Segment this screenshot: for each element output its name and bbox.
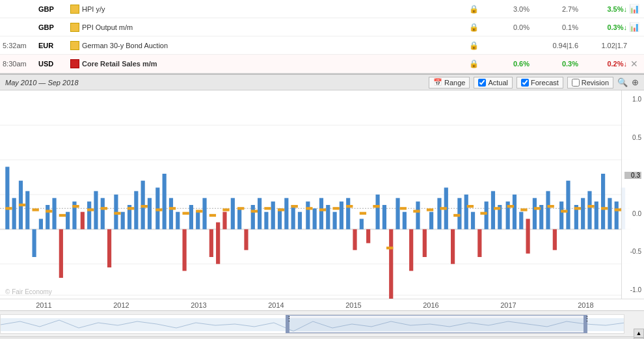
x-label-2016: 2016	[423, 301, 438, 309]
svg-rect-45	[264, 212, 268, 230]
event-name: HPI y/y	[82, 5, 466, 13]
svg-rect-110	[169, 207, 176, 210]
x-label-2017: 2017	[500, 301, 516, 309]
revision-toggle[interactable]: Revision	[567, 77, 613, 88]
svg-rect-11	[33, 229, 36, 257]
svg-rect-140	[574, 207, 581, 210]
svg-rect-49	[291, 205, 295, 229]
svg-rect-103	[72, 205, 79, 208]
scroll-up-arrow[interactable]: ▲	[634, 329, 644, 338]
svg-rect-39	[222, 212, 226, 230]
event-time: 8:30am	[3, 60, 38, 68]
event-forecast: 0.94|1.6	[530, 42, 578, 49]
chart-icon[interactable]: 📊	[627, 4, 641, 14]
svg-rect-127	[400, 207, 407, 210]
svg-rect-135	[507, 205, 514, 208]
svg-rect-75	[471, 212, 475, 230]
chart-date-range: May 2010 — Sep 2018	[5, 79, 429, 87]
svg-rect-62	[382, 205, 386, 229]
svg-rect-98	[5, 207, 12, 210]
y-axis-labels: 1.0 0.5 0.3 0.0 -0.5 -1.0	[621, 90, 644, 299]
svg-rect-55	[333, 212, 337, 230]
svg-rect-116	[251, 210, 258, 212]
svg-rect-120	[306, 207, 312, 210]
svg-rect-138	[548, 205, 554, 208]
svg-rect-131	[453, 214, 460, 217]
svg-rect-143	[615, 208, 621, 211]
svg-rect-8	[12, 198, 16, 229]
actual-checkbox[interactable]	[478, 79, 486, 87]
y-label-6: -1.0	[624, 286, 641, 293]
search-icon[interactable]: 🔍	[617, 77, 628, 87]
scroll-handle-left[interactable]: ⋮	[286, 315, 289, 333]
svg-rect-96	[615, 202, 619, 230]
svg-rect-48	[284, 198, 288, 229]
event-name: Core Retail Sales m/m	[82, 60, 466, 68]
scroll-handle-right[interactable]: ⋮	[584, 315, 587, 333]
svg-rect-37	[209, 229, 213, 257]
event-revision: 3.5%↓	[578, 5, 627, 13]
svg-rect-107	[127, 207, 134, 210]
svg-rect-112	[196, 210, 202, 212]
impact-yellow-icon	[70, 23, 79, 32]
svg-rect-41	[237, 208, 241, 229]
svg-rect-128	[413, 210, 420, 212]
svg-rect-33	[183, 229, 187, 271]
chart-svg	[0, 90, 644, 299]
svg-rect-68	[423, 229, 427, 257]
svg-rect-46	[271, 202, 275, 230]
svg-rect-52	[313, 208, 317, 229]
svg-rect-83	[526, 219, 530, 253]
event-forecast: 2.7%	[530, 5, 578, 13]
svg-rect-142	[601, 207, 608, 210]
svg-rect-59	[360, 219, 364, 229]
svg-rect-22	[107, 229, 111, 267]
svg-rect-54	[326, 205, 330, 229]
svg-rect-122	[333, 207, 340, 210]
svg-rect-84	[533, 198, 537, 229]
svg-rect-77	[485, 202, 489, 230]
range-button[interactable]: 📅 Range	[429, 77, 470, 88]
svg-rect-74	[464, 195, 468, 229]
svg-rect-82	[519, 212, 523, 230]
svg-rect-73	[457, 198, 461, 229]
actual-toggle[interactable]: Actual	[474, 77, 513, 88]
x-label-2013: 2013	[191, 301, 206, 309]
forecast-label: Forecast	[531, 79, 559, 87]
svg-rect-119	[291, 205, 298, 208]
forecast-toggle[interactable]: Forecast	[517, 77, 563, 88]
svg-rect-36	[202, 198, 206, 229]
svg-rect-60	[366, 229, 370, 243]
chart-container: May 2010 — Sep 2018 📅 Range Actual Forec…	[0, 74, 644, 339]
event-name: PPI Output m/m	[82, 23, 466, 31]
revision-checkbox[interactable]	[572, 79, 580, 87]
event-currency: GBP	[38, 5, 68, 13]
svg-rect-35	[196, 212, 200, 230]
event-name: German 30-y Bond Auction	[82, 42, 466, 49]
event-forecast: 0.1%	[530, 23, 578, 31]
svg-rect-70	[437, 198, 441, 229]
chart-icon[interactable]: 📊	[627, 22, 641, 32]
scroll-range-selector[interactable]	[287, 315, 586, 333]
copyright-text: © Fair Economy	[5, 288, 52, 295]
x-label-2015: 2015	[345, 301, 361, 309]
horizontal-scrollbar[interactable]: ▲ ▼	[0, 336, 644, 339]
svg-rect-123	[346, 205, 353, 208]
y-label-5: -0.5	[624, 248, 641, 255]
range-icon: 📅	[433, 78, 442, 87]
svg-rect-124	[360, 212, 366, 215]
close-button[interactable]: ✕	[627, 59, 641, 69]
svg-rect-92	[587, 191, 591, 230]
svg-rect-141	[587, 205, 594, 208]
svg-rect-121	[319, 208, 326, 211]
svg-rect-28	[148, 198, 152, 229]
svg-rect-50	[298, 212, 302, 230]
zoom-icon[interactable]: ⊕	[632, 77, 639, 87]
svg-rect-105	[101, 207, 107, 210]
svg-rect-40	[231, 198, 235, 229]
scroll-mini-chart[interactable]: ⋮ ⋮	[0, 314, 624, 334]
forecast-checkbox[interactable]	[521, 79, 529, 87]
event-revision: 1.02|1.7	[578, 42, 627, 49]
svg-rect-100	[33, 208, 39, 211]
svg-rect-130	[440, 207, 447, 210]
